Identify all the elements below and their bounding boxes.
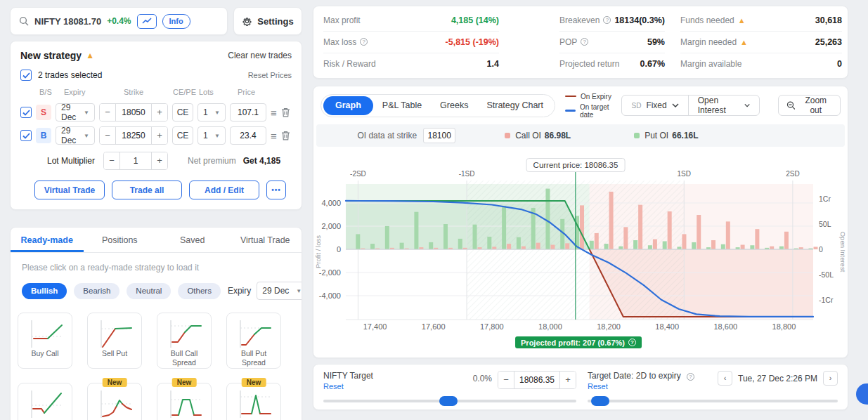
tab-pl-table[interactable]: P&L Table: [373, 96, 431, 115]
clear-new-trades-link[interactable]: Clear new trades: [228, 51, 292, 60]
trade-all-button[interactable]: Trade all: [112, 181, 182, 199]
strategy-card-bull-put-spread[interactable]: Bull Put Spread: [226, 313, 281, 369]
strategy-card-call-ratio-back-spread[interactable]: Call Ratio Back Spread: [18, 383, 72, 420]
filter-bearish[interactable]: Bearish: [74, 283, 119, 299]
add-edit-button[interactable]: Add / Edit: [189, 181, 259, 199]
tab-strategy-chart[interactable]: Strategy Chart: [477, 96, 552, 115]
call-oi-bar: [784, 232, 789, 249]
strategy-card-bull-call-spread[interactable]: Bull Call Spread: [157, 313, 212, 369]
delete-trade-icon[interactable]: [281, 131, 290, 140]
strike-minus-button[interactable]: −: [100, 127, 115, 144]
target-date-reset-link[interactable]: Reset: [588, 382, 694, 391]
chat-widget-button[interactable]: [856, 383, 868, 405]
slider-thumb[interactable]: [439, 396, 458, 406]
slider-thumb[interactable]: [591, 396, 609, 406]
strategy-card-bull-butterfly[interactable]: NewBull Butterfly: [226, 383, 281, 420]
filter-others[interactable]: Others: [178, 283, 221, 299]
nifty-target-reset-link[interactable]: Reset: [323, 382, 373, 391]
info-icon[interactable]: ?: [360, 38, 368, 46]
sd-label: 2SD: [786, 170, 799, 178]
stat-row: Max profit4,185 (14%): [323, 10, 499, 32]
drag-handle-icon[interactable]: ≡: [271, 107, 277, 119]
date-prev-button[interactable]: ‹: [718, 371, 732, 386]
date-next-button[interactable]: ›: [823, 371, 838, 386]
strike-plus-button[interactable]: +: [152, 104, 167, 121]
select-all-checkbox[interactable]: [20, 70, 32, 81]
filter-bullish[interactable]: Bullish: [22, 283, 67, 299]
info-button[interactable]: Info: [162, 14, 190, 29]
multiplier-value[interactable]: 1: [119, 152, 152, 169]
tab-graph[interactable]: Graph: [323, 96, 373, 115]
warning-icon[interactable]: ▲: [740, 38, 748, 46]
target-price-value[interactable]: 18086.35: [514, 372, 560, 388]
instrument-search[interactable]: NIFTY 18081.70 +0.4% Info: [10, 7, 228, 35]
new-strategy-card: New strategy ▲ Clear new trades 2 trades…: [10, 41, 302, 210]
expiry-filter-select[interactable]: 29 Dec▼: [257, 282, 302, 300]
reset-prices-link[interactable]: Reset Prices: [248, 71, 292, 79]
oi-strike-input[interactable]: 18100: [423, 128, 455, 143]
target-minus-button[interactable]: −: [498, 372, 514, 388]
nifty-target-slider[interactable]: [323, 396, 576, 406]
tab-saved[interactable]: Saved: [156, 228, 229, 252]
settings-button[interactable]: Settings: [233, 7, 302, 35]
target-date-slider[interactable]: [588, 396, 838, 406]
tab-virtual-trade[interactable]: Virtual Trade: [229, 228, 302, 252]
target-plus-button[interactable]: +: [560, 372, 576, 388]
tab-positions[interactable]: Positions: [84, 228, 157, 252]
zoom-out-button[interactable]: Zoom out: [778, 95, 841, 116]
delete-trade-icon[interactable]: [281, 107, 290, 117]
info-icon[interactable]: ?: [581, 38, 588, 46]
strike-value[interactable]: 18050: [115, 104, 152, 121]
trade-checkbox[interactable]: [20, 107, 32, 118]
strike-value[interactable]: 18250: [115, 127, 152, 144]
call-oi-bar: [595, 233, 599, 249]
strategies-panel: Ready-made Positions Saved Virtual Trade…: [10, 227, 302, 420]
warning-icon[interactable]: ▲: [738, 16, 746, 25]
chart-popout-button[interactable]: [137, 14, 157, 29]
strategy-card-long-calendar-with-calls[interactable]: NewLong Calendar with Calls: [87, 383, 142, 420]
cepe-toggle[interactable]: CE: [172, 103, 193, 122]
sd-value: Fixed: [646, 100, 666, 110]
target-date-value[interactable]: Tue, 27 Dec 2:26 PM: [738, 374, 817, 383]
multiplier-plus-button[interactable]: +: [152, 152, 167, 169]
price-input[interactable]: 107.1: [230, 103, 266, 122]
strategy-card-sell-put[interactable]: Sell Put: [87, 313, 142, 369]
drag-handle-icon[interactable]: ≡: [271, 130, 277, 142]
info-icon[interactable]: ?: [687, 373, 694, 381]
stat-value: 30,618: [815, 15, 842, 25]
tab-greeks[interactable]: Greeks: [431, 96, 477, 115]
col-price: Price: [238, 88, 255, 96]
slider-track[interactable]: [588, 400, 838, 402]
info-icon[interactable]: ?: [603, 16, 611, 24]
expiry-select[interactable]: 29 Dec▼: [56, 126, 95, 145]
price-input[interactable]: 23.4: [230, 126, 266, 145]
call-oi-bar: [755, 229, 759, 249]
strategy-card-buy-call[interactable]: Buy Call: [18, 313, 72, 369]
strike-minus-button[interactable]: −: [100, 104, 115, 121]
strike-plus-button[interactable]: +: [152, 127, 167, 144]
tab-ready-made[interactable]: Ready-made: [11, 228, 84, 252]
new-badge: New: [172, 378, 197, 387]
buy-sell-toggle[interactable]: B: [36, 128, 51, 143]
sd-mode-dropdown[interactable]: SDFixed: [622, 96, 687, 115]
more-options-button[interactable]: •••: [266, 181, 286, 199]
trade-checkbox[interactable]: [20, 130, 32, 141]
filter-neutral[interactable]: Neutral: [127, 283, 171, 299]
cepe-toggle[interactable]: CE: [172, 126, 193, 145]
stat-label: Funds needed▲: [680, 15, 746, 25]
lots-select[interactable]: 1▼: [197, 103, 226, 122]
expiry-line-swatch: [565, 96, 576, 98]
col-bs: B/S: [39, 88, 52, 96]
strategy-card-bull-condor[interactable]: NewBull Condor: [157, 383, 212, 420]
info-icon[interactable]: ?: [628, 339, 636, 346]
put-oi-bar: [779, 247, 784, 249]
multiplier-minus-button[interactable]: −: [104, 152, 119, 169]
lots-select[interactable]: 1▼: [197, 126, 226, 145]
overlay-dropdown[interactable]: Open Interest: [688, 96, 759, 115]
call-oi-bar: [741, 245, 745, 249]
expiry-select[interactable]: 29 Dec▼: [56, 103, 95, 122]
virtual-trade-button[interactable]: Virtual Trade: [34, 181, 105, 199]
put-oi-label: Put OI: [644, 131, 668, 140]
search-icon: [19, 16, 29, 26]
buy-sell-toggle[interactable]: S: [36, 105, 51, 120]
